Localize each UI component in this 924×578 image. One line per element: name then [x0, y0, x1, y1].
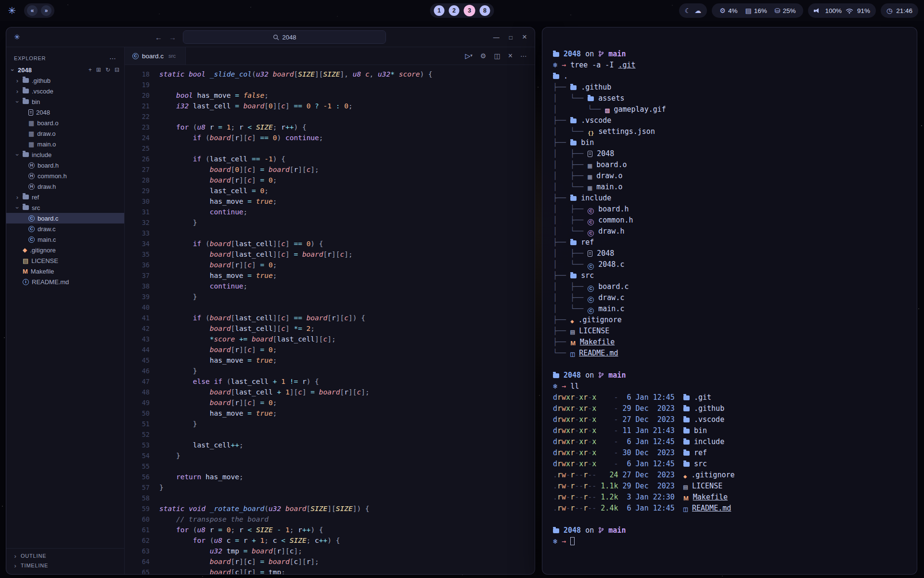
editor-titlebar[interactable]: 2048 — [6, 27, 535, 47]
code-line: 31 continue; — [125, 207, 535, 217]
nav-back-icon[interactable] — [155, 33, 162, 41]
explorer-more-icon[interactable] — [109, 54, 116, 62]
file-size: 1.2k — [601, 493, 618, 501]
command-text: .git — [618, 61, 635, 69]
code-text: board[0][c] = board[r][c]; — [159, 166, 319, 173]
nav-forward-icon[interactable] — [169, 33, 176, 41]
stat-cpu: 4% — [718, 7, 739, 14]
folder-icon — [683, 395, 690, 400]
new-file-icon[interactable] — [89, 66, 92, 73]
clock-widget[interactable]: 21:46 — [881, 3, 918, 18]
media-previous-button[interactable] — [27, 5, 38, 16]
close-editor-icon[interactable] — [508, 52, 513, 60]
line-number: 52 — [125, 429, 159, 440]
explorer-item-main.o[interactable]: ▦main.o — [6, 139, 124, 149]
header-file-icon — [588, 208, 594, 214]
explorer-item-main.c[interactable]: main.c — [6, 234, 124, 245]
explorer-item-bin[interactable]: bin — [6, 96, 124, 107]
explorer-item-include[interactable]: include — [6, 149, 124, 160]
explorer-file-tree: .github.vscodebin2048▦board.o▦draw.o▦mai… — [6, 75, 124, 287]
media-next-button[interactable] — [41, 5, 51, 16]
moon-icon — [685, 7, 691, 14]
timeline-label: TIMELINE — [21, 563, 48, 568]
run-button[interactable] — [465, 52, 473, 60]
code-text: board[last_cell + 1][c] = board[r][c]; — [159, 388, 370, 396]
terminal-cursor[interactable] — [570, 537, 575, 545]
code-text: if (board[last_cell][c] == 0) { — [159, 240, 323, 248]
explorer-item-README.md[interactable]: README.md — [6, 276, 124, 287]
tree-connector: │ └── — [553, 105, 605, 114]
workspace-3[interactable]: 3 — [464, 5, 475, 16]
code-line: 46 } — [125, 366, 535, 376]
explorer-item-LICENSE[interactable]: ▤LICENSE — [6, 255, 124, 266]
terminal-line: │ ├── ▦ draw.o — [553, 171, 906, 182]
code-editor[interactable]: 18static bool _slide_col(u32 board[SIZE]… — [125, 65, 535, 574]
code-line: 25 — [125, 143, 535, 154]
maximize-button[interactable] — [509, 34, 513, 41]
explorer-root-folder[interactable]: 2048 — [6, 65, 124, 75]
explorer-item-.vscode[interactable]: .vscode — [6, 86, 124, 96]
folder-icon — [553, 74, 559, 79]
file-label: draw.h — [38, 183, 56, 190]
close-button[interactable] — [522, 32, 527, 42]
explorer-item-src[interactable]: src — [6, 202, 124, 213]
tree-connector: │ ├── — [553, 205, 588, 213]
explorer-item-.gitignore[interactable]: ◆.gitignore — [6, 245, 124, 255]
code-line: 60 // transpose the board — [125, 514, 535, 525]
explorer-item-Makefile[interactable]: MMakefile — [6, 266, 124, 276]
explorer-item-ref[interactable]: ref — [6, 192, 124, 202]
chevron-right-icon — [13, 553, 18, 559]
explorer-item-2048[interactable]: 2048 — [6, 107, 124, 118]
line-number: 38 — [125, 281, 159, 291]
explorer-item-draw.o[interactable]: ▦draw.o — [6, 128, 124, 139]
chevron-icon — [15, 194, 20, 200]
settings-gear-icon[interactable] — [480, 52, 487, 60]
line-number: 30 — [125, 196, 159, 207]
terminal-window[interactable]: 2048 on main❄ → tree -a -I .git .├── .gi… — [542, 27, 917, 575]
system-stats-widget[interactable]: 4%16%25% — [712, 3, 803, 18]
code-line: 30 has_move = true; — [125, 196, 535, 207]
entry-name: Makefile — [580, 338, 615, 346]
outline-section[interactable]: OUTLINE — [6, 551, 124, 561]
code-line: 38 continue; — [125, 281, 535, 291]
explorer-item-draw.h[interactable]: draw.h — [6, 181, 124, 192]
terminal-line: │ ├── common.h — [553, 215, 906, 226]
workspace-1[interactable]: 1 — [434, 5, 445, 16]
refresh-icon[interactable] — [105, 66, 110, 73]
folder-icon — [570, 141, 577, 145]
command-center-search[interactable]: 2048 — [183, 30, 386, 44]
explorer-item-board.h[interactable]: board.h — [6, 160, 124, 171]
folder-icon — [570, 85, 577, 90]
terminal-line: .rw-r--r-- 24 27 Dec 2023 ◆ .gitignore — [553, 470, 906, 481]
terminal-line: ├── src — [553, 270, 906, 281]
tab-file-name: board.c — [142, 53, 164, 60]
code-line: 44 board[r][c] = 0; — [125, 344, 535, 355]
terminal-line: ├── .vscode — [553, 115, 906, 126]
explorer-item-common.h[interactable]: common.h — [6, 171, 124, 181]
line-number: 28 — [125, 175, 159, 185]
weather-widget[interactable] — [679, 3, 707, 18]
collapse-all-icon[interactable] — [115, 66, 119, 73]
more-actions-icon[interactable] — [520, 52, 527, 60]
workspace-8[interactable]: 8 — [480, 5, 490, 16]
explorer-item-draw.c[interactable]: draw.c — [6, 223, 124, 234]
timeline-section[interactable]: TIMELINE — [6, 561, 124, 570]
workspace-2[interactable]: 2 — [449, 5, 460, 16]
terminal-line: ├── ◆ .gitignore — [553, 315, 906, 326]
minimize-button[interactable] — [493, 34, 500, 41]
prompt-arrow-icon: → — [562, 382, 566, 391]
explorer-item-board.c[interactable]: board.c — [6, 213, 124, 223]
file-date: 11 Jan 21:43 — [623, 426, 675, 435]
line-number: 34 — [125, 238, 159, 249]
code-text: has_move = true; — [159, 272, 277, 279]
tab-board-c[interactable]: board.c src — [125, 47, 186, 65]
terminal-line: │ └── {} settings.json — [553, 126, 906, 137]
audio-network-widget[interactable]: 100% 91% — [808, 3, 876, 18]
ram-icon — [745, 7, 751, 14]
split-editor-icon[interactable] — [494, 52, 500, 60]
explorer-item-board.o[interactable]: ▦board.o — [6, 118, 124, 128]
explorer-item-.github[interactable]: .github — [6, 75, 124, 86]
new-folder-icon[interactable] — [96, 66, 101, 73]
code-line: 65 board[c][r] = tmp; — [125, 567, 535, 574]
launcher-icon[interactable] — [6, 5, 18, 16]
